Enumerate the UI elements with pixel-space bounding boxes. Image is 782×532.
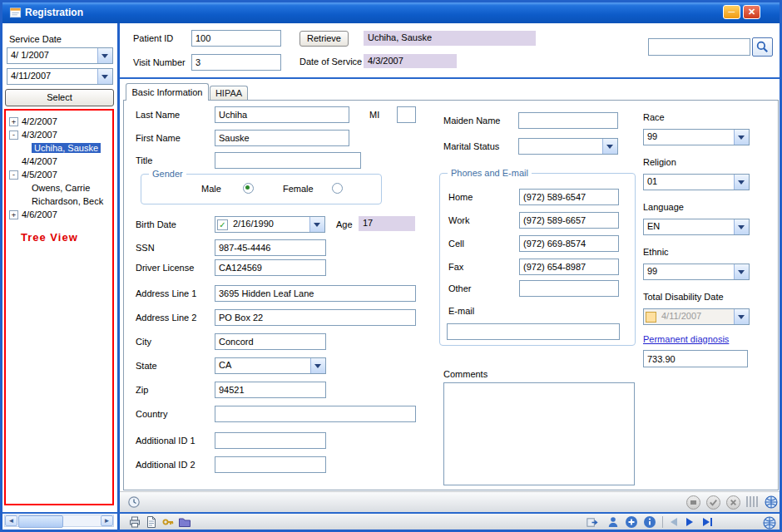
comments-textarea[interactable] xyxy=(443,382,635,485)
chevron-down-icon[interactable] xyxy=(602,139,617,154)
religion-select[interactable]: 01 xyxy=(643,174,750,190)
close-button[interactable]: ✕ xyxy=(743,5,760,19)
male-radio[interactable] xyxy=(243,183,254,194)
info-icon[interactable] xyxy=(643,515,656,529)
last-name-input[interactable] xyxy=(215,106,349,123)
email-input[interactable] xyxy=(447,323,620,340)
select-button[interactable]: Select xyxy=(5,89,114,106)
permanent-diagnosis-link[interactable]: Permanent diagnosis xyxy=(643,334,729,344)
search-input[interactable] xyxy=(648,38,750,56)
export-icon[interactable] xyxy=(586,516,598,529)
tree-item[interactable]: -4/5/2007 xyxy=(9,168,57,181)
cancel-icon[interactable] xyxy=(726,495,740,510)
first-name-input[interactable] xyxy=(215,130,349,146)
minimize-button[interactable]: ─ xyxy=(723,5,740,19)
tree-expander-icon[interactable]: + xyxy=(9,210,18,219)
maiden-name-input[interactable] xyxy=(518,112,618,129)
service-date-to-picker[interactable]: 4/11/2007 xyxy=(7,68,113,85)
address-line2-input[interactable] xyxy=(215,309,416,326)
tab-basic-information[interactable]: Basic Information xyxy=(126,83,209,101)
tree-expander-icon[interactable]: - xyxy=(9,170,18,180)
fax-input[interactable] xyxy=(519,259,619,275)
tree-item[interactable]: -4/3/2007 xyxy=(9,128,57,141)
race-select[interactable]: 99 xyxy=(643,129,750,145)
chevron-down-icon[interactable] xyxy=(97,48,112,63)
other-phone-input[interactable] xyxy=(519,280,619,297)
service-date-from-picker[interactable]: 4/ 1/2007 xyxy=(7,47,113,64)
total-disability-date-picker[interactable]: 4/11/2007 xyxy=(643,308,750,325)
retrieve-button[interactable]: Retrieve xyxy=(299,31,349,47)
birth-date-picker[interactable]: ✓ 2/16/1990 xyxy=(215,216,325,233)
tree-item[interactable]: Uchiha, Sauske xyxy=(9,141,101,155)
total-disability-checkbox[interactable] xyxy=(646,312,656,323)
tree-item-label[interactable]: 4/3/2007 xyxy=(22,130,57,140)
additional-id1-input[interactable] xyxy=(215,432,326,449)
tree-item-label[interactable]: Richardson, Beck xyxy=(32,196,103,206)
tree-item[interactable]: Owens, Carrie xyxy=(9,181,90,195)
birth-date-checkbox[interactable]: ✓ xyxy=(217,219,228,230)
tree-expander-icon[interactable]: - xyxy=(9,131,18,140)
add-icon[interactable] xyxy=(625,515,638,529)
scroll-right-icon[interactable]: ► xyxy=(101,515,113,526)
marital-status-select[interactable] xyxy=(518,138,618,155)
chevron-down-icon[interactable] xyxy=(734,175,749,190)
tree-item-label[interactable]: 4/2/2007 xyxy=(22,116,57,126)
tree-item-label[interactable]: Owens, Carrie xyxy=(32,183,90,193)
country-input[interactable] xyxy=(215,406,416,422)
additional-id2-input[interactable] xyxy=(215,456,326,473)
city-input[interactable] xyxy=(215,333,326,350)
camera-icon[interactable] xyxy=(686,495,700,510)
chevron-down-icon[interactable] xyxy=(310,358,325,373)
chevron-down-icon[interactable] xyxy=(734,219,749,234)
key-icon[interactable] xyxy=(161,515,175,529)
app-icon xyxy=(9,7,22,19)
patient-id-input[interactable] xyxy=(191,30,281,47)
toolbar-grip[interactable] xyxy=(746,496,758,507)
chevron-down-icon[interactable] xyxy=(734,130,749,145)
chevron-down-icon[interactable] xyxy=(734,264,749,279)
scroll-left-icon[interactable]: ◄ xyxy=(5,515,17,526)
tab-hipaa[interactable]: HIPAA xyxy=(210,86,248,101)
last-record-icon[interactable] xyxy=(703,518,710,526)
home-phone-input[interactable] xyxy=(519,189,619,205)
title-input[interactable] xyxy=(215,152,361,169)
network-icon[interactable] xyxy=(762,515,777,530)
print-icon[interactable] xyxy=(128,515,141,529)
tree-item-label-selected[interactable]: Uchiha, Sauske xyxy=(32,143,101,153)
search-button[interactable] xyxy=(752,37,773,57)
chevron-down-icon[interactable] xyxy=(734,309,749,324)
tree-item[interactable]: +4/6/2007 xyxy=(9,208,57,221)
clock-icon[interactable] xyxy=(127,495,141,509)
diagnosis-code-input[interactable] xyxy=(643,350,748,367)
chevron-down-icon[interactable] xyxy=(309,217,324,232)
address-line1-input[interactable] xyxy=(215,285,416,302)
tree-expander-icon[interactable]: + xyxy=(9,117,18,126)
work-phone-input[interactable] xyxy=(519,212,619,229)
state-select[interactable]: CA xyxy=(215,357,326,374)
next-record-icon[interactable] xyxy=(686,518,693,526)
female-radio[interactable] xyxy=(332,183,343,194)
previous-record-icon[interactable] xyxy=(671,518,677,526)
mi-input[interactable] xyxy=(397,106,416,123)
ssn-input[interactable] xyxy=(215,239,326,256)
sidebar-horizontal-scrollbar[interactable]: ◄ ► xyxy=(4,515,114,527)
language-select[interactable]: EN xyxy=(643,219,750,235)
document-icon[interactable] xyxy=(145,515,158,529)
folder-icon[interactable] xyxy=(178,515,191,529)
scrollbar-thumb[interactable] xyxy=(18,515,63,528)
zip-input[interactable] xyxy=(215,382,326,398)
tree-item-label[interactable]: 4/4/2007 xyxy=(22,156,57,166)
ethnic-select[interactable]: 99 xyxy=(643,264,750,280)
user-icon[interactable] xyxy=(606,515,620,529)
tree-item[interactable]: Richardson, Beck xyxy=(9,195,103,208)
network-icon[interactable] xyxy=(764,495,779,510)
tree-item-label[interactable]: 4/5/2007 xyxy=(22,170,57,180)
visit-number-input[interactable] xyxy=(191,54,281,71)
tree-item-label[interactable]: 4/6/2007 xyxy=(22,209,57,219)
driver-license-input[interactable] xyxy=(215,259,326,276)
accept-icon[interactable] xyxy=(706,495,720,510)
chevron-down-icon[interactable] xyxy=(97,69,112,84)
tree-item[interactable]: 4/4/2007 xyxy=(9,155,57,168)
cell-phone-input[interactable] xyxy=(519,235,619,252)
tree-item[interactable]: +4/2/2007 xyxy=(9,115,57,128)
